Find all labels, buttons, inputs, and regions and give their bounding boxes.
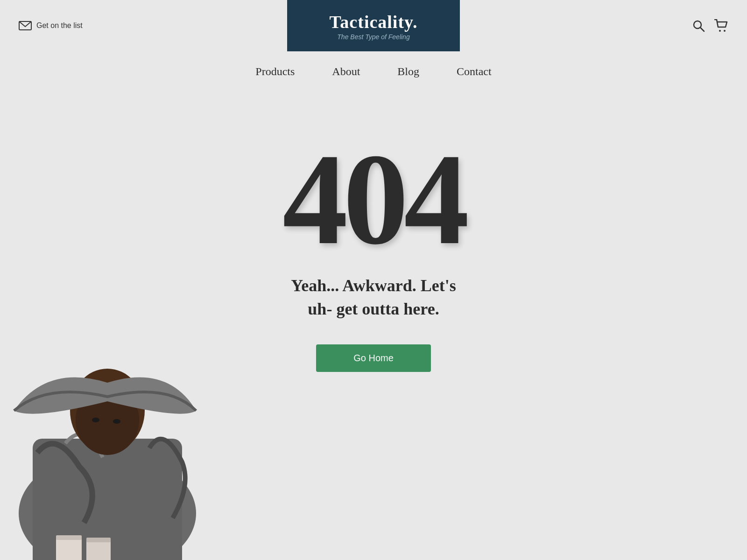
svg-point-3	[719, 30, 721, 32]
header-icons	[692, 19, 728, 32]
nav-item-about[interactable]: About	[332, 65, 360, 78]
mail-icon	[19, 21, 32, 30]
person-illustration	[9, 289, 205, 560]
get-on-list-link[interactable]: Get on the list	[19, 21, 83, 30]
error-message-line1: Yeah... Awkward. Let's	[291, 276, 456, 295]
svg-rect-12	[56, 535, 82, 540]
svg-rect-11	[56, 537, 82, 560]
top-bar: Get on the list Tacticality. The Best Ty…	[0, 0, 747, 51]
cart-icon[interactable]	[714, 19, 728, 32]
svg-point-1	[694, 21, 701, 28]
get-on-list-label: Get on the list	[36, 21, 83, 30]
svg-point-4	[724, 30, 726, 32]
nav-item-blog[interactable]: Blog	[397, 65, 419, 78]
error-message-line2: uh- get outta here.	[308, 300, 439, 318]
error-code: 404	[0, 134, 747, 265]
nav-item-products[interactable]: Products	[255, 65, 295, 78]
navigation: Products About Blog Contact	[0, 51, 747, 87]
go-home-button[interactable]: Go Home	[316, 344, 431, 372]
logo-subtitle: The Best Type of Feeling	[337, 33, 409, 41]
site-logo[interactable]: Tacticality. The Best Type of Feeling	[287, 0, 460, 51]
svg-line-2	[701, 28, 705, 32]
svg-point-10	[113, 419, 120, 424]
search-icon[interactable]	[692, 19, 705, 32]
person-figure	[9, 289, 187, 560]
logo-title: Tacticality.	[330, 12, 418, 32]
svg-point-9	[92, 418, 99, 422]
svg-rect-14	[86, 538, 111, 542]
nav-item-contact[interactable]: Contact	[457, 65, 492, 78]
